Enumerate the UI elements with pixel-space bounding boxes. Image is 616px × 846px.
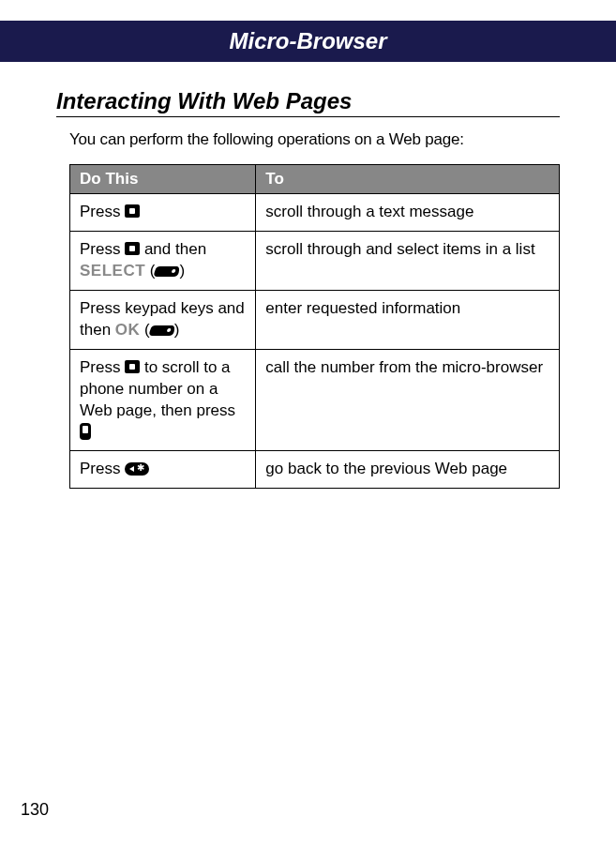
do-this-cell: Press and then SELECT () xyxy=(70,231,256,290)
text: Press xyxy=(80,460,125,477)
to-cell: go back to the previous Web page xyxy=(256,451,560,489)
table-header-to: To xyxy=(256,165,560,194)
text: ) xyxy=(174,321,180,339)
softkey-icon xyxy=(154,266,182,277)
text: Press xyxy=(80,203,125,220)
page-number: 130 xyxy=(21,800,49,820)
text: Press xyxy=(80,240,125,258)
text: ) xyxy=(179,262,185,279)
table-row: Press and then SELECT () scroll through … xyxy=(70,231,560,290)
content-area: Interacting With Web Pages You can perfo… xyxy=(21,88,595,489)
text: Press xyxy=(80,358,125,376)
nav-key-icon xyxy=(125,360,140,373)
to-cell: scroll through a text message xyxy=(256,194,560,232)
table-row: Press keypad keys and then OK () enter r… xyxy=(70,290,560,349)
table-row: Press scroll through a text message xyxy=(70,194,560,232)
do-this-cell: Press xyxy=(70,194,256,232)
to-cell: scroll through and select items in a lis… xyxy=(256,231,560,290)
text: ( xyxy=(145,262,155,279)
to-cell: enter requested information xyxy=(256,290,560,349)
table-header-do-this: Do This xyxy=(70,165,256,194)
nav-key-icon xyxy=(125,204,140,218)
do-this-cell: Press xyxy=(70,451,256,489)
page-header-title: Micro-Browser xyxy=(229,28,386,53)
call-key-icon xyxy=(80,423,91,440)
intro-text: You can perform the following operations… xyxy=(69,130,560,149)
operations-table: Do This To Press scroll through a text m… xyxy=(69,164,560,489)
section-heading: Interacting With Web Pages xyxy=(56,88,560,117)
softkey-label: OK xyxy=(115,321,141,339)
back-key-icon xyxy=(125,462,149,476)
softkey-label: SELECT xyxy=(80,262,145,279)
page-header: Micro-Browser xyxy=(0,21,616,62)
text: ( xyxy=(140,321,149,339)
to-cell: call the number from the micro-browser xyxy=(256,349,560,451)
softkey-icon xyxy=(148,325,176,336)
do-this-cell: Press to scroll to a phone number on a W… xyxy=(70,349,256,451)
nav-key-icon xyxy=(125,242,140,255)
table-row: Press to scroll to a phone number on a W… xyxy=(70,349,560,451)
do-this-cell: Press keypad keys and then OK () xyxy=(70,290,256,349)
text: and then xyxy=(140,240,206,258)
table-row: Press go back to the previous Web page xyxy=(70,451,560,489)
